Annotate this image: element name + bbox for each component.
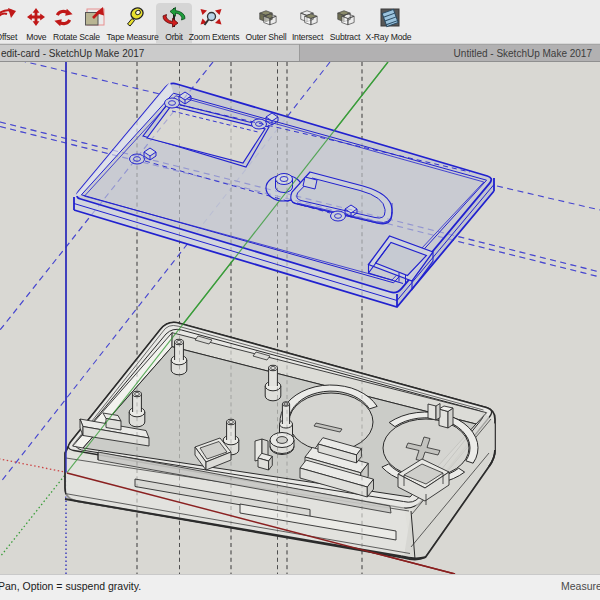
svg-text:Move: Move [26, 32, 47, 42]
svg-text:Subtract: Subtract [330, 32, 361, 42]
svg-text:X-Ray Mode: X-Ray Mode [366, 32, 412, 42]
svg-text:Tape Measure: Tape Measure [106, 32, 158, 42]
svg-text:Measurements: Measurements [561, 580, 600, 592]
svg-text:Scale: Scale [79, 32, 100, 42]
svg-text:Untitled - SketchUp Make 2017: Untitled - SketchUp Make 2017 [454, 48, 593, 59]
svg-text:Zoom Extents: Zoom Extents [189, 32, 240, 42]
svg-text:Outer Shell: Outer Shell [246, 32, 287, 42]
svg-text:Offset: Offset [0, 32, 18, 42]
svg-text:Orbit: Orbit [165, 32, 183, 42]
svg-text:edit-card - SketchUp Make 2017: edit-card - SketchUp Make 2017 [1, 48, 145, 59]
svg-text:Pan, Option = suspend gravity.: Pan, Option = suspend gravity. [0, 580, 141, 592]
svg-text:Intersect: Intersect [292, 32, 324, 42]
svg-text:Rotate: Rotate [53, 32, 78, 42]
